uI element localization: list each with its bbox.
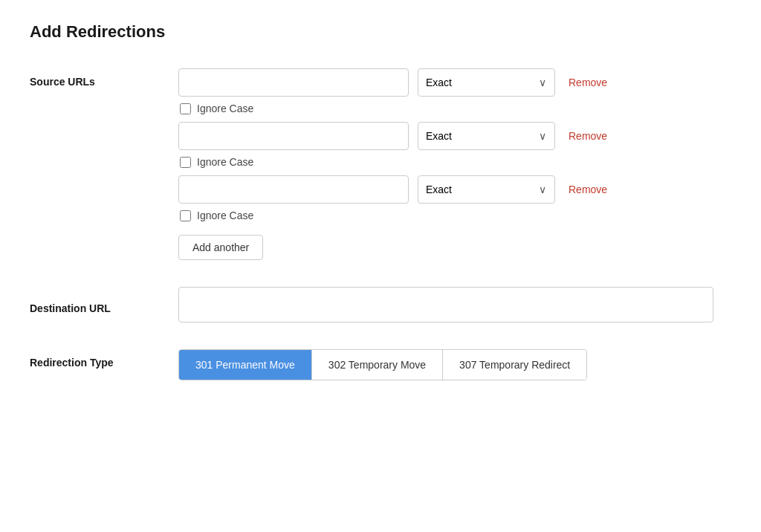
remove-button-3[interactable]: Remove — [564, 181, 612, 198]
url-input-2[interactable] — [178, 122, 409, 150]
ignore-case-checkbox-1[interactable] — [180, 103, 191, 114]
url-row-3: Exact Contains Starts With Ends With Reg… — [178, 175, 731, 204]
remove-button-2[interactable]: Remove — [564, 127, 612, 145]
page-title: Add Redirections — [30, 22, 731, 42]
url-row-1: Exact Contains Starts With Ends With Reg… — [178, 68, 731, 97]
redirect-302-button[interactable]: 302 Temporary Move — [312, 350, 443, 380]
url-row-2: Exact Contains Starts With Ends With Reg… — [178, 122, 731, 150]
match-select-wrapper-1: Exact Contains Starts With Ends With Reg… — [418, 68, 555, 97]
add-another-button[interactable]: Add another — [178, 235, 263, 260]
ignore-case-label-2[interactable]: Ignore Case — [197, 156, 253, 168]
redirect-type-group: 301 Permanent Move 302 Temporary Move 30… — [178, 349, 587, 380]
redirect-307-button[interactable]: 307 Temporary Redirect — [443, 350, 586, 380]
url-input-3[interactable] — [178, 175, 409, 204]
redirection-type-label: Redirection Type — [30, 349, 178, 369]
redirection-type-content: 301 Permanent Move 302 Temporary Move 30… — [178, 349, 731, 380]
ignore-case-label-1[interactable]: Ignore Case — [197, 103, 253, 114]
ignore-case-row-3: Ignore Case — [180, 210, 731, 221]
destination-url-label: Destination URL — [30, 295, 178, 314]
match-select-2[interactable]: Exact Contains Starts With Ends With Reg… — [418, 122, 555, 150]
ignore-case-row-2: Ignore Case — [180, 156, 731, 168]
redirect-301-button[interactable]: 301 Permanent Move — [179, 350, 312, 380]
source-urls-label: Source URLs — [30, 68, 178, 88]
destination-url-section: Destination URL — [30, 287, 731, 322]
url-input-1[interactable] — [178, 68, 409, 97]
remove-button-1[interactable]: Remove — [564, 74, 612, 91]
redirection-type-section: Redirection Type 301 Permanent Move 302 … — [30, 349, 731, 380]
source-urls-content: Exact Contains Starts With Ends With Reg… — [178, 68, 731, 260]
ignore-case-checkbox-3[interactable] — [180, 210, 191, 221]
destination-url-content — [178, 287, 731, 322]
source-urls-section: Source URLs Exact Contains Starts With E… — [30, 68, 731, 260]
ignore-case-row-1: Ignore Case — [180, 103, 731, 114]
match-select-wrapper-3: Exact Contains Starts With Ends With Reg… — [418, 175, 555, 204]
match-select-3[interactable]: Exact Contains Starts With Ends With Reg… — [418, 175, 555, 204]
match-select-wrapper-2: Exact Contains Starts With Ends With Reg… — [418, 122, 555, 150]
match-select-1[interactable]: Exact Contains Starts With Ends With Reg… — [418, 68, 555, 97]
ignore-case-checkbox-2[interactable] — [180, 157, 191, 168]
destination-url-input[interactable] — [178, 287, 713, 322]
ignore-case-label-3[interactable]: Ignore Case — [197, 210, 253, 221]
